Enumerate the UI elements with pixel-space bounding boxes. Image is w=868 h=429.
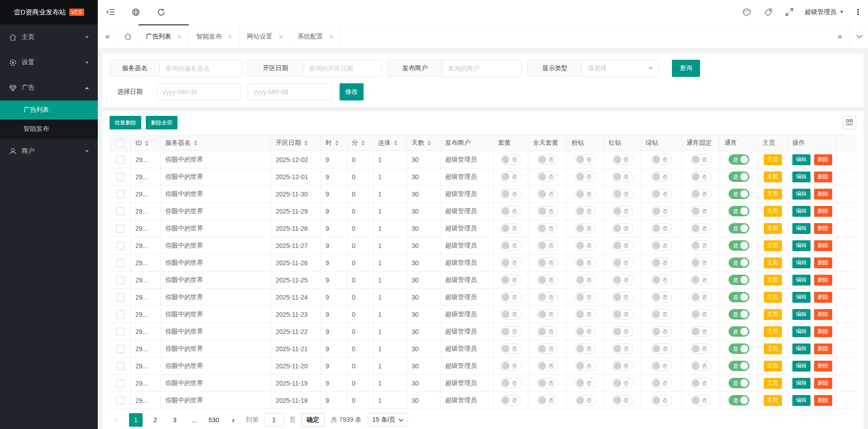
overnight-switch[interactable]: 是 — [729, 395, 749, 405]
column-header-minute[interactable]: 分 — [347, 135, 374, 151]
homepage-button[interactable]: 主页 — [764, 309, 782, 320]
all-day-tao-huang-switch[interactable]: 否 — [537, 189, 558, 199]
pink-diamond-switch[interactable]: 否 — [575, 206, 596, 216]
overnight-fixed-switch[interactable]: 否 — [691, 257, 711, 268]
homepage-button[interactable]: 主页 — [764, 223, 782, 234]
homepage-button[interactable]: 主页 — [764, 275, 782, 286]
tab-2[interactable]: 智能发布× — [189, 24, 240, 48]
delete-button[interactable]: 删除 — [814, 223, 832, 234]
red-diamond-switch[interactable]: 否 — [612, 378, 633, 388]
page-number-530[interactable]: 530 — [207, 413, 221, 427]
pink-diamond-switch[interactable]: 否 — [575, 378, 596, 388]
sort-icon[interactable] — [394, 140, 398, 146]
green-diamond-switch[interactable]: 否 — [651, 189, 672, 199]
sort-icon[interactable] — [145, 141, 149, 146]
delete-button[interactable]: 删除 — [814, 343, 832, 354]
all-day-tao-huang-switch[interactable]: 否 — [537, 343, 558, 354]
green-diamond-switch[interactable]: 否 — [651, 240, 672, 251]
pink-diamond-switch[interactable]: 否 — [575, 326, 596, 337]
column-settings-button[interactable] — [843, 116, 856, 129]
goto-page-input[interactable] — [264, 413, 284, 427]
tab-close-icon[interactable]: × — [228, 33, 232, 40]
pink-diamond-switch[interactable]: 否 — [575, 223, 596, 234]
delete-button[interactable]: 删除 — [814, 361, 832, 372]
tao-huang-switch[interactable]: 否 — [500, 172, 521, 182]
overnight-switch[interactable]: 是 — [729, 343, 749, 354]
row-checkbox[interactable] — [116, 190, 125, 198]
sidebar-item-merchant[interactable]: 商户 — [0, 138, 98, 164]
batch-delete-button[interactable]: 批量删除 — [110, 116, 141, 129]
overnight-fixed-switch[interactable]: 否 — [691, 326, 711, 337]
row-checkbox[interactable] — [116, 293, 125, 301]
delete-button[interactable]: 删除 — [814, 189, 832, 200]
homepage-button[interactable]: 主页 — [764, 361, 782, 372]
delete-button[interactable]: 删除 — [814, 275, 832, 286]
edit-button[interactable]: 编辑 — [792, 189, 810, 200]
prev-page-button[interactable]: ‹ — [110, 413, 123, 427]
delete-button[interactable]: 删除 — [814, 378, 832, 389]
all-day-tao-huang-switch[interactable]: 否 — [537, 326, 558, 337]
all-day-tao-huang-switch[interactable]: 否 — [537, 309, 558, 319]
delete-button[interactable]: 删除 — [814, 206, 832, 217]
delete-button[interactable]: 删除 — [814, 395, 832, 406]
next-page-button[interactable]: › — [226, 413, 240, 427]
per-page-select[interactable]: 15 条/页 — [368, 413, 408, 427]
green-diamond-switch[interactable]: 否 — [651, 275, 672, 285]
globe-icon[interactable] — [123, 0, 149, 24]
homepage-button[interactable]: 主页 — [764, 395, 782, 406]
homepage-button[interactable]: 主页 — [764, 378, 782, 389]
select-all-checkbox[interactable] — [116, 139, 125, 147]
column-header-days[interactable]: 天数 — [407, 135, 441, 151]
delete-button[interactable]: 删除 — [814, 309, 832, 320]
refresh-icon[interactable] — [149, 0, 174, 24]
row-checkbox[interactable] — [116, 173, 125, 181]
pink-diamond-switch[interactable]: 否 — [575, 172, 596, 182]
pink-diamond-switch[interactable]: 否 — [575, 395, 596, 405]
tao-huang-switch[interactable]: 否 — [500, 189, 521, 199]
red-diamond-switch[interactable]: 否 — [612, 275, 633, 285]
overnight-switch[interactable]: 是 — [729, 189, 749, 199]
red-diamond-switch[interactable]: 否 — [612, 189, 633, 199]
search-button[interactable]: 查询 — [672, 60, 700, 77]
green-diamond-switch[interactable]: 否 — [651, 326, 672, 337]
homepage-button[interactable]: 主页 — [764, 240, 782, 251]
overnight-fixed-switch[interactable]: 否 — [691, 206, 711, 216]
edit-button[interactable]: 编辑 — [792, 172, 810, 182]
overnight-fixed-switch[interactable]: 否 — [691, 378, 711, 388]
page-number-3[interactable]: 3 — [168, 413, 182, 427]
overnight-fixed-switch[interactable]: 否 — [691, 343, 711, 354]
all-day-tao-huang-switch[interactable]: 否 — [537, 172, 558, 182]
column-header-hour[interactable]: 时 — [321, 135, 347, 151]
delete-button[interactable]: 删除 — [814, 257, 832, 268]
tab-1[interactable]: 广告列表× — [139, 24, 189, 48]
tao-huang-switch[interactable]: 否 — [500, 395, 521, 405]
all-day-tao-huang-switch[interactable]: 否 — [537, 292, 558, 302]
row-checkbox[interactable] — [116, 379, 125, 387]
sort-icon[interactable] — [361, 140, 365, 146]
tao-huang-switch[interactable]: 否 — [500, 206, 521, 216]
edit-button[interactable]: 编辑 — [792, 395, 810, 406]
green-diamond-switch[interactable]: 否 — [651, 172, 672, 182]
homepage-button[interactable]: 主页 — [764, 172, 782, 182]
tag-icon[interactable] — [758, 0, 779, 24]
pink-diamond-switch[interactable]: 否 — [575, 361, 596, 371]
row-checkbox[interactable] — [116, 276, 125, 284]
delete-button[interactable]: 删除 — [814, 154, 832, 165]
more-menu-icon[interactable]: ⋮ — [848, 7, 868, 17]
overnight-fixed-switch[interactable]: 否 — [691, 309, 711, 319]
server-name-input[interactable] — [160, 60, 241, 76]
pink-diamond-switch[interactable]: 否 — [575, 154, 596, 165]
all-day-tao-huang-switch[interactable]: 否 — [537, 206, 558, 216]
row-checkbox[interactable] — [116, 396, 125, 405]
display-type-select[interactable]: 请选择 — [582, 60, 658, 76]
pink-diamond-switch[interactable]: 否 — [575, 292, 596, 302]
homepage-button[interactable]: 主页 — [764, 206, 782, 217]
red-diamond-switch[interactable]: 否 — [612, 326, 633, 337]
green-diamond-switch[interactable]: 否 — [651, 206, 672, 216]
user-menu[interactable]: 超级管理员 — [800, 0, 848, 24]
row-checkbox[interactable] — [116, 242, 125, 250]
overnight-switch[interactable]: 是 — [729, 206, 749, 216]
fullscreen-icon[interactable] — [779, 0, 800, 24]
homepage-button[interactable]: 主页 — [764, 257, 782, 268]
delete-button[interactable]: 删除 — [814, 326, 832, 337]
